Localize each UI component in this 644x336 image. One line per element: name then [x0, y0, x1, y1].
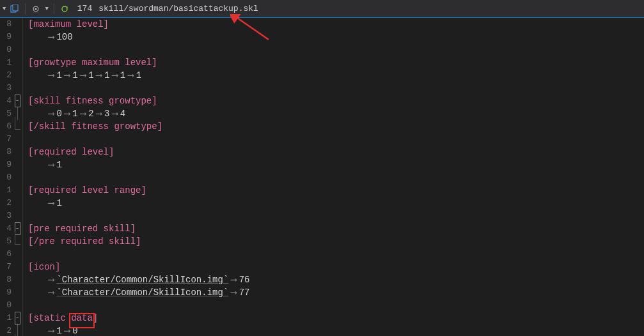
copy-icon[interactable]: [10, 4, 20, 14]
toolbar: ▼ ▼ 174 skill/swordman/basicattackup.skl: [0, 0, 644, 18]
svg-point-3: [35, 8, 37, 10]
tag: [growtype maximum level]: [28, 57, 157, 68]
file-path[interactable]: skill/swordman/basicattackup.skl: [98, 4, 258, 13]
value: 1: [56, 198, 61, 208]
value: 1: [88, 70, 93, 80]
svg-rect-1: [13, 4, 18, 11]
arrow-icon: ⟶: [49, 326, 54, 336]
arrow-icon: ⟶: [65, 109, 70, 119]
fold-marker: [13, 210, 22, 222]
fold-marker: [13, 158, 22, 171]
fold-marker: [13, 286, 22, 299]
arrow-icon: ⟶: [49, 198, 54, 208]
arrow-icon: ⟶: [97, 109, 102, 119]
value: 2: [88, 109, 93, 119]
icon-path: `Character/Common/SkillIcon.img`: [56, 275, 228, 285]
tag: [required level range]: [28, 185, 146, 195]
value: 1: [136, 70, 141, 80]
value: 1: [72, 109, 77, 119]
value: 4: [120, 109, 125, 119]
arrow-icon: ⟶: [231, 287, 236, 298]
fold-marker: [13, 43, 22, 56]
value: 0: [72, 326, 77, 336]
arrow-icon: ⟶: [49, 160, 54, 170]
tag: [maximum level]: [28, 19, 109, 29]
arrow-icon: ⟶: [112, 109, 117, 119]
arrow-icon: ⟶: [49, 32, 54, 42]
fold-marker: [13, 56, 22, 69]
fold-marker: [13, 261, 22, 273]
arrow-icon: ⟶: [49, 275, 54, 285]
arrow-icon: ⟶: [128, 70, 133, 80]
fold-marker[interactable]: −: [13, 95, 22, 107]
value: 100: [56, 32, 72, 42]
arrow-icon: ⟶: [49, 109, 54, 119]
value: 0: [56, 109, 61, 119]
fold-marker: [13, 171, 22, 184]
tag: [required level]: [28, 147, 114, 157]
toolbar-separator: [54, 3, 54, 15]
fold-marker: [13, 184, 22, 197]
dropdown-arrow-icon[interactable]: ▼: [3, 6, 6, 12]
value: 1: [72, 70, 77, 80]
tag: [icon]: [28, 262, 60, 272]
editor[interactable]: 890123456789012345678901234 −−− [maximum…: [0, 18, 644, 336]
dropdown-arrow-icon[interactable]: ▼: [45, 6, 48, 12]
fold-gutter: −−−: [13, 18, 23, 336]
value: 1: [56, 326, 61, 336]
fold-marker: [13, 146, 22, 158]
tag: [/skill fitness growtype]: [28, 121, 162, 132]
sync-icon[interactable]: [59, 4, 70, 14]
value: 1: [56, 70, 61, 80]
line-gutter: 890123456789012345678901234: [0, 18, 13, 336]
fold-marker: [13, 31, 22, 43]
fold-marker: [13, 273, 22, 286]
fold-marker: [13, 120, 22, 133]
arrow-icon: ⟶: [231, 275, 236, 285]
value: 76: [239, 275, 250, 285]
tag: [/pre required skill]: [28, 236, 141, 247]
icon-path: `Character/Common/SkillIcon.img`: [56, 287, 228, 298]
settings-icon[interactable]: [31, 4, 41, 14]
tag: [static data]: [28, 313, 98, 323]
fold-marker: [13, 69, 22, 82]
value: 1: [120, 70, 125, 80]
arrow-icon: ⟶: [112, 70, 117, 80]
value: 1: [104, 70, 109, 80]
fold-marker: [13, 235, 22, 248]
value: 77: [239, 287, 250, 298]
arrow-icon: ⟶: [65, 326, 70, 336]
value: 1: [56, 160, 61, 170]
fold-marker[interactable]: −: [13, 312, 22, 325]
fold-marker: [13, 133, 22, 146]
tag: [pre required skill]: [28, 224, 136, 234]
fold-marker: [13, 248, 22, 261]
toolbar-separator: [25, 3, 26, 15]
arrow-icon: ⟶: [81, 70, 86, 80]
code-area[interactable]: [maximum level] ⟶100 [growtype maximum l…: [23, 18, 644, 336]
arrow-icon: ⟶: [81, 109, 86, 119]
arrow-icon: ⟶: [49, 70, 54, 80]
value: 3: [104, 109, 109, 119]
arrow-icon: ⟶: [65, 70, 70, 80]
fold-marker: [13, 82, 22, 95]
fold-marker: [13, 197, 22, 210]
fold-marker: [13, 18, 22, 31]
arrow-icon: ⟶: [49, 287, 54, 298]
line-number: 174: [77, 4, 92, 13]
tag: [skill fitness growtype]: [28, 96, 157, 106]
arrow-icon: ⟶: [97, 70, 102, 80]
fold-marker: [13, 299, 22, 312]
